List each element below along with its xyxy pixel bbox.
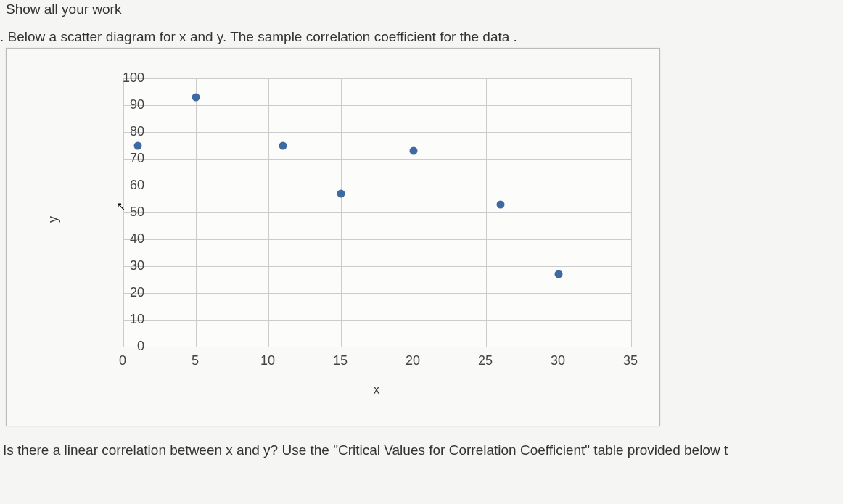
- x-tick-label: 35: [623, 353, 638, 368]
- x-tick-label: 10: [260, 353, 275, 368]
- gridline-v: [631, 78, 632, 347]
- x-tick-label: 0: [119, 353, 126, 368]
- gridline-h: [123, 186, 631, 186]
- gridline-h: [123, 239, 631, 240]
- gridline-h: [123, 132, 631, 133]
- plot-area: [123, 78, 632, 347]
- y-tick-label: 30: [130, 258, 144, 273]
- data-point: [134, 141, 142, 149]
- gridline-v: [414, 78, 414, 347]
- y-tick-label: 70: [130, 151, 144, 166]
- data-point: [279, 141, 287, 149]
- gridline-h: [123, 212, 631, 213]
- problem-description: . Below a scatter diagram for x and y. T…: [0, 22, 843, 48]
- y-tick-label: 10: [130, 312, 144, 327]
- x-tick-label: 5: [192, 353, 199, 368]
- gridline-h: [123, 78, 631, 79]
- cursor-arrow-icon: ↖: [116, 199, 126, 213]
- gridline-h: [123, 320, 631, 321]
- y-tick-label: 80: [130, 124, 144, 139]
- gridline-h: [123, 293, 631, 294]
- question-text: Is there a linear correlation between x …: [0, 426, 843, 458]
- gridline-v: [196, 78, 197, 347]
- x-axis-label: x: [374, 382, 380, 397]
- data-point: [410, 146, 418, 154]
- gridline-v: [341, 78, 342, 347]
- data-point: [337, 190, 345, 198]
- gridline-h: [123, 347, 631, 347]
- chart-container: y x 010203040506070809010005101520253035…: [6, 48, 660, 426]
- x-tick-label: 25: [478, 353, 493, 368]
- gridline-v: [559, 78, 559, 347]
- gridline-v: [486, 78, 487, 347]
- data-point: [555, 270, 563, 278]
- header-instruction: Show all your work: [0, 0, 843, 22]
- gridline-v: [268, 78, 269, 347]
- gridline-h: [123, 105, 631, 106]
- x-tick-label: 20: [406, 353, 420, 368]
- y-tick-label: 0: [137, 339, 144, 354]
- data-point: [192, 93, 200, 101]
- y-axis-label: y: [46, 216, 61, 223]
- y-tick-label: 60: [130, 178, 144, 193]
- x-tick-label: 30: [551, 353, 565, 368]
- gridline-h: [123, 266, 631, 267]
- y-tick-label: 90: [130, 97, 144, 112]
- x-tick-label: 15: [333, 353, 348, 368]
- data-point: [497, 200, 505, 208]
- y-tick-label: 50: [130, 205, 144, 220]
- gridline-h: [123, 159, 631, 160]
- y-tick-label: 40: [130, 231, 144, 247]
- y-tick-label: 100: [123, 70, 144, 86]
- y-tick-label: 20: [130, 285, 144, 300]
